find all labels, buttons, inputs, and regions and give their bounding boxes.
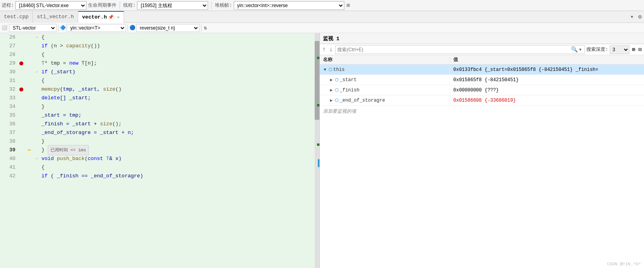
line-number-37: 37 [2,128,15,137]
breakpoint-cell-33[interactable] [18,94,25,102]
grid-icon[interactable]: ⊟ [638,45,642,54]
watch-variable-name: _start [340,77,357,83]
code-line-30: if (_start) [40,68,315,76]
breakpoint-cell-34[interactable] [18,102,25,111]
expand-button[interactable]: ▶ [329,87,334,93]
ct-sep-2 [128,24,128,32]
breakpoint-cell-37[interactable] [18,128,25,137]
scope-select-1[interactable]: STL-vector [9,24,56,32]
search-input[interactable] [337,47,571,52]
search-icon: 🔍 [571,46,578,53]
breakpoint-cell-30[interactable] [18,68,25,76]
scroll-indicator-3 [317,143,319,146]
arrow-cell-27 [25,42,34,50]
code-token: { [41,76,45,85]
tab-bar: test.cpp stl_vector.h vector.h 📌 ✕ ▾ ⚙ [0,11,644,23]
line-number-27: 27 [2,42,15,50]
expand-button[interactable]: ▶ [329,98,334,103]
watch-nav-down[interactable]: ↓ [329,45,334,54]
scope-icon-3: 🔵 [130,25,135,31]
timing-badge: 已用时间 <= 1ms [48,145,89,155]
line-number-29: 29 [2,59,15,68]
scrollbar-thumb[interactable] [315,41,319,120]
code-token: ()) [91,42,100,50]
breakpoint-cell-28[interactable] [18,50,25,59]
expand-button[interactable]: ▶ [329,77,334,82]
tab-vector-h[interactable]: vector.h 📌 ✕ [78,11,124,23]
watch-row[interactable]: ▼⬡this0x0133fbc4 {_start=0x015865f8 {-84… [320,65,644,75]
breakpoint-cell-41[interactable] [18,163,25,172]
tab-gear-button[interactable]: ⚙ [636,11,644,23]
depth-select[interactable]: 3 [610,45,629,54]
scope-select-2[interactable]: yin::vector<T> [67,24,126,32]
watch-row-name-cell: ▶⬡_end_of_storagre [320,95,450,105]
code-token: memcpy [41,85,60,94]
watch-nav-up[interactable]: ↑ [321,45,327,54]
breakpoint-cell-39[interactable] [18,146,25,154]
line-number-38: 38 [2,137,15,146]
breakpoint-cell-36[interactable] [18,120,25,128]
line-number-32: 32 [2,85,15,94]
search-box: 🔍 ▾ [335,45,585,54]
code-token: const [88,154,106,163]
arrow-cell-34 [25,102,34,111]
breakpoint-cell-27[interactable] [18,42,25,50]
code-token: } [41,146,45,154]
tab-menu-button[interactable]: ▾ [628,11,636,23]
breakpoint-cell-29[interactable] [18,59,25,68]
code-line-38: } [40,137,315,146]
code-token: T [41,59,45,68]
breakpoint-cell-42[interactable] [18,172,25,181]
breakpoint-cell-38[interactable] [18,137,25,146]
copy-icon[interactable]: ⊞ [631,45,636,54]
search-dropdown-btn[interactable]: ▾ [578,45,582,54]
watch-row[interactable]: ▶⬡_start0x015865f8 {-842150451} [320,75,644,85]
breakpoint-cell-31[interactable] [18,76,25,85]
add-watch-item[interactable]: 添加要监视的项 [320,106,644,117]
code-line-29: T* tmp = new T[n]; [40,59,315,68]
fold-cell-30[interactable]: − [34,68,40,76]
variable-icon: ⬡ [329,67,332,72]
close-tab-button[interactable]: ✕ [117,15,120,20]
ct-sep-3 [201,24,201,32]
fold-cell-40[interactable]: − [34,154,40,163]
separator-2 [211,2,212,9]
tab-test-cpp[interactable]: test.cpp [0,11,33,23]
line-number-41: 41 [2,163,15,172]
code-token: _end_of_storagre = _start + n; [41,128,134,137]
line-numbers: 2627282930313233343536373839404142 [0,33,18,268]
watch-variable-name: _finish [340,87,359,93]
stack-select[interactable]: yin::vector<int>::reverse [234,1,344,10]
line-number-28: 28 [2,50,15,59]
tab-stl-vector-h[interactable]: stl_vector.h [33,11,78,23]
fold-cell-33 [34,94,40,102]
watch-row[interactable]: ▶⬡_end_of_storagre0x01586608 {-33686019} [320,95,644,106]
vertical-scrollbar[interactable] [315,33,319,268]
breakpoint-cell-35[interactable] [18,111,25,120]
code-token: } [41,137,45,146]
code-line-42: if ( _finish == _end_of_storagre) [40,172,315,181]
breakpoint-cell-26[interactable] [18,33,25,42]
sync-icon[interactable]: ⇅ [203,24,208,32]
stack-icon[interactable]: ⊞ [346,1,351,9]
line-number-36: 36 [2,120,15,128]
line-number-26: 26 [2,33,15,42]
code-line-40: void push_back(const T& x) [40,154,315,163]
process-select[interactable]: [18460] STL-Vector.exe [15,1,86,10]
arrow-cell-31 [25,76,34,85]
thread-select[interactable]: [15952] 主线程 [137,1,208,10]
fold-cell-42 [34,172,40,181]
arrow-cell-30 [25,68,34,76]
breakpoint-cell-32[interactable] [18,85,25,94]
watch-row[interactable]: ▶⬡_finish0x00000000 {???} [320,85,644,95]
expand-button[interactable]: ▼ [322,67,328,72]
scope-select-3[interactable]: reverse(size_t n) [136,24,199,32]
col-header-name: 名称 [320,56,450,63]
depth-label: 搜索深度: [586,46,608,53]
breakpoint-cell-40[interactable] [18,154,25,163]
fold-cell-26[interactable]: − [34,33,40,42]
watch-row-name-cell: ▶⬡_start [320,75,450,85]
code-token: if [41,42,48,50]
watch-row-name-cell: ▶⬡_finish [320,85,450,95]
code-token: & x) [109,154,122,163]
